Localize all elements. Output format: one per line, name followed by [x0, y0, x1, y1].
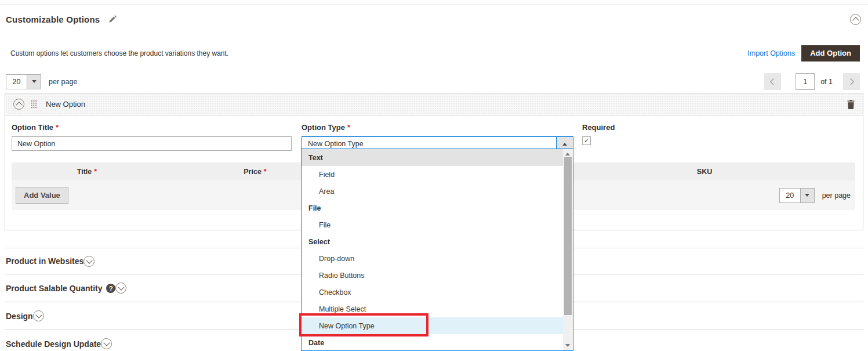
chevron-left-icon	[770, 78, 776, 85]
help-icon[interactable]: ?	[106, 284, 115, 293]
dropdown-group-select[interactable]: Select	[302, 233, 563, 250]
option-title-label-text: Option Title	[12, 123, 53, 132]
option-title-input[interactable]	[12, 136, 292, 151]
section-label: Product in Websites	[6, 256, 83, 266]
chevron-right-icon	[847, 78, 854, 85]
add-option-button[interactable]: Add Option	[801, 45, 860, 61]
collapse-section-icon[interactable]	[850, 14, 861, 25]
drag-handle-icon[interactable]	[31, 100, 37, 108]
scrollbar-thumb[interactable]	[564, 157, 572, 315]
option-title-label: Option Title*	[12, 123, 292, 132]
prev-page-button[interactable]	[764, 73, 781, 90]
scroll-down-icon[interactable]	[565, 344, 570, 347]
page-size-arrow[interactable]	[27, 75, 41, 89]
chevron-down-icon	[32, 80, 37, 83]
dropdown-group-date[interactable]: Date	[302, 334, 563, 351]
required-asterisk: *	[347, 123, 350, 132]
price-column-label: Price	[244, 168, 262, 176]
option-title-field: Option Title*	[12, 123, 292, 151]
dropdown-group-text[interactable]: Text	[302, 149, 563, 166]
values-per-page-label: per page	[822, 191, 851, 200]
section-label: Schedule Design Update	[6, 339, 101, 349]
section-label: Product Salable Quantity ?	[6, 284, 115, 293]
section-label-text: Product Salable Quantity	[6, 284, 102, 293]
option-type-label: Option Type*	[302, 123, 573, 132]
values-page-size-arrow[interactable]	[800, 189, 814, 202]
per-page-label: per page	[49, 78, 77, 86]
scroll-up-icon[interactable]	[565, 153, 570, 155]
edit-pencil-icon[interactable]	[108, 15, 117, 24]
column-header-title: Title*	[12, 168, 162, 176]
dropdown-option-checkbox[interactable]: Checkbox	[302, 284, 563, 301]
chevron-down-icon	[805, 194, 809, 197]
expand-section-icon[interactable]	[101, 338, 112, 349]
subheader-row: Custom options let customers choose the …	[10, 45, 860, 61]
expand-section-icon[interactable]	[83, 256, 95, 267]
dropdown-scrollbar[interactable]	[563, 149, 573, 350]
expand-section-icon[interactable]	[115, 283, 126, 294]
required-field: Required ✓	[582, 123, 615, 145]
dropdown-option-field[interactable]: Field	[302, 166, 563, 183]
values-page-size-select[interactable]: 20	[779, 188, 815, 203]
page-size-value: 20	[6, 75, 27, 89]
section-label: Design	[6, 312, 33, 321]
section-title: Customizable Options	[6, 15, 100, 24]
option-panel-header: New Option	[5, 93, 863, 115]
dropdown-option-drop-down[interactable]: Drop-down	[302, 250, 563, 267]
dropdown-group-file[interactable]: File	[302, 200, 563, 216]
dropdown-option-area[interactable]: Area	[302, 183, 563, 200]
section-description: Custom options let customers choose the …	[10, 49, 228, 57]
required-asterisk: *	[264, 168, 267, 176]
chevron-up-icon	[562, 143, 567, 146]
values-page-size-value: 20	[780, 189, 800, 202]
required-asterisk: *	[94, 168, 97, 176]
required-label: Required	[582, 123, 615, 132]
title-column-label: Title	[77, 168, 92, 176]
expand-section-icon[interactable]	[33, 310, 44, 321]
add-value-button[interactable]: Add Value	[16, 187, 68, 204]
collapse-option-icon[interactable]	[13, 99, 24, 110]
next-page-button[interactable]	[843, 73, 860, 90]
top-divider	[0, 5, 868, 5]
option-type-field: Option Type* New Option Type	[302, 123, 573, 151]
column-header-sku: SKU	[554, 168, 855, 176]
required-checkbox[interactable]: ✓	[582, 136, 591, 145]
customizable-options-header: Customizable Options	[6, 14, 861, 25]
dropdown-option-new-option-type[interactable]: New Option Type	[302, 317, 563, 334]
dropdown-option-multiple-select[interactable]: Multiple Select	[302, 301, 563, 317]
page-size-select[interactable]: 20	[6, 74, 41, 89]
option-type-dropdown: Text Field Area File File Select Drop-do…	[301, 149, 573, 351]
dropdown-option-radio-buttons[interactable]: Radio Buttons	[302, 267, 563, 284]
option-panel-title: New Option	[46, 100, 85, 108]
current-page-input[interactable]	[796, 73, 815, 90]
import-options-link[interactable]: Import Options	[747, 49, 795, 57]
dropdown-option-file[interactable]: File	[302, 216, 563, 233]
option-type-label-text: Option Type	[302, 123, 345, 132]
page-count-label: of 1	[820, 78, 833, 86]
options-toolbar: 20 per page of 1	[6, 73, 860, 90]
delete-option-trash-icon[interactable]	[847, 100, 855, 109]
required-asterisk: *	[56, 123, 59, 132]
